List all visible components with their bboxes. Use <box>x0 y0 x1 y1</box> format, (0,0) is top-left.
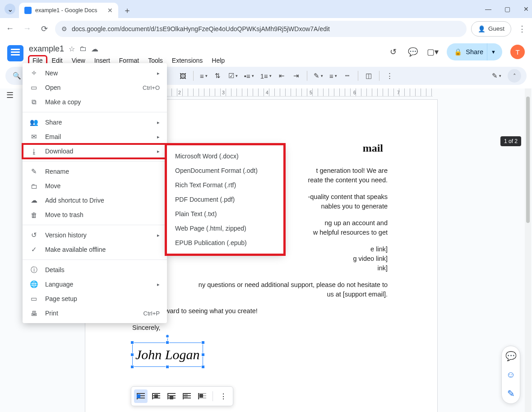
resize-handle[interactable] <box>130 353 134 356</box>
menu-item-label: Open <box>45 84 60 91</box>
nav-reload-button[interactable]: ⟳ <box>38 23 51 35</box>
file-menu-item[interactable]: ✉Email▸ <box>23 130 167 144</box>
download-format-option[interactable]: EPUB Publication (.epub) <box>167 236 283 250</box>
line-spacing-icon[interactable]: ⇅ <box>212 70 224 82</box>
submenu-indicator-icon: ▸ <box>157 148 160 154</box>
border-color-dropdown[interactable]: ✎ <box>312 70 325 82</box>
insert-image-icon[interactable]: 🖼 <box>177 70 189 82</box>
resize-handle[interactable] <box>201 365 205 369</box>
share-button[interactable]: 🔒 Share ▼ <box>447 43 502 60</box>
new-tab-button[interactable]: ＋ <box>121 4 134 17</box>
wrap-break-option[interactable] <box>165 389 178 403</box>
menu-separator <box>23 259 167 260</box>
file-menu-item[interactable]: ▭Page setup <box>23 292 167 306</box>
search-menus-icon[interactable]: 🔍 <box>11 70 23 82</box>
menu-separator <box>23 112 167 112</box>
bulleted-list-dropdown[interactable]: •≡ <box>242 70 256 82</box>
crop-icon[interactable]: ◫ <box>363 70 375 82</box>
file-menu-item[interactable]: 🖶PrintCtrl+P <box>23 306 167 320</box>
wrap-front-option[interactable] <box>195 389 209 403</box>
resize-handle[interactable] <box>201 353 205 356</box>
star-icon[interactable]: ☆ <box>69 45 75 53</box>
rotate-handle[interactable] <box>166 334 169 338</box>
signature-image-selected[interactable]: John Logan <box>132 343 203 367</box>
vertical-scrollbar[interactable] <box>525 88 531 412</box>
align-dropdown[interactable]: ≡ <box>198 70 209 82</box>
resize-handle[interactable] <box>130 341 134 344</box>
cloud-status-icon[interactable]: ☁ <box>91 45 98 53</box>
file-menu-item[interactable]: 👥Share▸ <box>23 115 167 130</box>
signature-text: John Logan <box>135 347 200 362</box>
menu-item-icon: ✧ <box>30 69 38 77</box>
file-menu-item[interactable]: ✓Make available offline <box>23 242 167 257</box>
file-menu-item[interactable]: ☁Add shortcut to Drive <box>23 193 167 208</box>
toolbar-overflow-icon[interactable]: ⋮ <box>384 70 396 82</box>
menu-help[interactable]: Help <box>208 56 228 65</box>
browser-menu-button[interactable]: ⋮ <box>516 23 528 35</box>
wrap-wrap-option[interactable] <box>149 389 163 403</box>
scrollbar-thumb[interactable] <box>526 97 530 223</box>
share-dropdown-caret[interactable]: ▼ <box>487 43 500 60</box>
collapse-toolbar-button[interactable]: ˄ <box>508 69 521 83</box>
resize-handle[interactable] <box>130 365 134 369</box>
indent-increase-icon[interactable]: ⇥ <box>291 70 302 82</box>
menu-item-label: New <box>45 69 58 77</box>
submenu-indicator-icon: ▸ <box>157 70 160 76</box>
tab-search-button[interactable]: ⌄ <box>5 4 15 14</box>
move-folder-icon[interactable]: 🗀 <box>79 45 87 53</box>
menu-item-label: Email <box>45 133 61 140</box>
window-maximize-icon[interactable]: ▢ <box>504 5 510 13</box>
resize-handle[interactable] <box>166 341 169 344</box>
download-format-option[interactable]: Plain Text (.txt) <box>167 207 283 221</box>
document-title[interactable]: example1 <box>29 44 64 54</box>
tab-close-icon[interactable]: ✕ <box>107 7 113 14</box>
meet-icon[interactable]: ▢▾ <box>427 46 439 58</box>
address-bar[interactable]: ⚙ docs.google.com/document/d/1sE9OlkaHyn… <box>55 21 467 37</box>
editing-mode-dropdown[interactable]: ✎ <box>490 70 503 82</box>
nav-forward-button[interactable]: → <box>21 23 33 35</box>
browser-tab-active[interactable]: example1 - Google Docs ✕ <box>19 3 118 18</box>
resize-handle[interactable] <box>201 341 205 344</box>
file-menu-item[interactable]: ⭳Download▸ <box>23 144 167 158</box>
border-dash-icon[interactable]: ┉ <box>342 70 353 82</box>
indent-decrease-icon[interactable]: ⇤ <box>276 70 288 82</box>
file-menu-item[interactable]: ✎Rename <box>23 164 167 179</box>
profile-chip[interactable]: 👤 Guest <box>471 21 511 37</box>
file-menu-item[interactable]: 🗀Move <box>23 179 167 193</box>
wrap-behind-option[interactable] <box>180 389 194 403</box>
resize-handle[interactable] <box>166 365 169 369</box>
window-close-icon[interactable]: ✕ <box>523 5 529 13</box>
download-format-option[interactable]: OpenDocument Format (.odt) <box>167 163 283 178</box>
file-menu-item[interactable]: 🗑Move to trash <box>23 208 167 222</box>
download-format-option[interactable]: Rich Text Format (.rtf) <box>167 178 283 192</box>
download-format-option[interactable]: PDF Document (.pdf) <box>167 192 283 207</box>
site-settings-icon[interactable]: ⚙ <box>61 25 67 32</box>
download-format-option[interactable]: Microsoft Word (.docx) <box>167 149 283 163</box>
history-icon[interactable]: ↺ <box>387 46 399 58</box>
numbered-list-dropdown[interactable]: 1≡ <box>259 70 273 82</box>
wrap-inline-option[interactable] <box>134 389 148 403</box>
comments-icon[interactable]: 💬 <box>407 46 419 58</box>
file-menu-item[interactable]: ✧New▸ <box>23 66 167 80</box>
file-menu-item[interactable]: ↺Version history▸ <box>23 228 167 242</box>
nav-back-button[interactable]: ← <box>4 23 16 35</box>
account-avatar[interactable]: T <box>510 45 525 59</box>
file-menu-item[interactable]: ⓘDetails <box>23 263 167 277</box>
file-menu-item[interactable]: 🌐Language▸ <box>23 277 167 292</box>
checklist-dropdown[interactable]: ☑ <box>227 70 240 82</box>
docs-logo-icon[interactable] <box>7 45 23 61</box>
add-emoji-icon[interactable]: ☺ <box>506 370 515 380</box>
menu-separator <box>23 225 167 225</box>
border-weight-dropdown[interactable]: ≡ <box>328 70 339 82</box>
add-comment-icon[interactable]: 💬 <box>505 351 517 361</box>
file-menu-item[interactable]: ⧉Make a copy <box>23 95 167 109</box>
window-minimize-icon[interactable]: — <box>485 5 491 13</box>
menu-item-icon: ↺ <box>30 231 38 239</box>
menu-item-icon: 🗑 <box>30 211 38 219</box>
suggest-edits-icon[interactable]: ✎ <box>507 388 515 399</box>
image-options-menu[interactable]: ⋮ <box>217 389 230 403</box>
file-menu-dropdown: ✧New▸▭OpenCtrl+O⧉Make a copy👥Share▸✉Emai… <box>23 63 167 323</box>
file-menu-item[interactable]: ▭OpenCtrl+O <box>23 80 167 95</box>
download-format-option[interactable]: Web Page (.html, zipped) <box>167 221 283 236</box>
menu-extensions[interactable]: Extensions <box>168 56 206 65</box>
